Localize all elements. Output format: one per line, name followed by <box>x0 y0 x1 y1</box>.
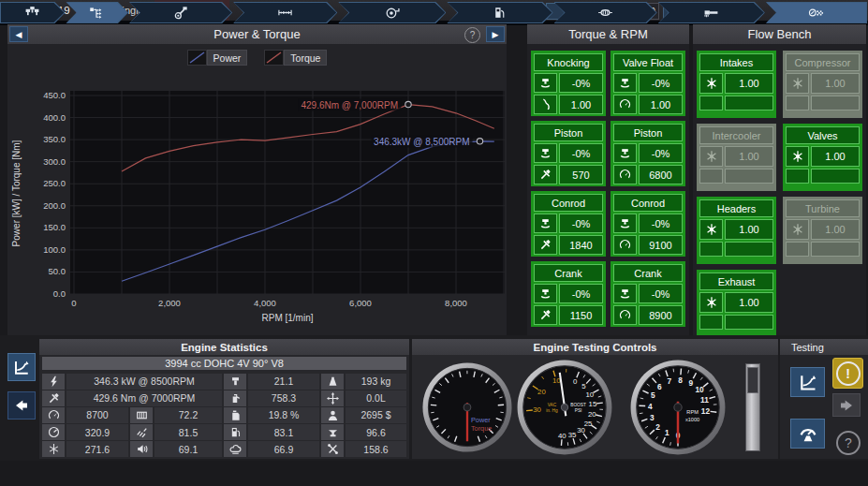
test-graph-button[interactable] <box>790 367 825 397</box>
card-empty-row <box>699 96 773 110</box>
chart-plot-area <box>70 91 505 294</box>
flow-card-exhaust[interactable]: Exhaust1.00 <box>697 270 776 337</box>
svg-text:Torque: Torque <box>471 424 492 433</box>
svg-text:4: 4 <box>648 402 653 411</box>
y-axis-title: Power [kW] / Torque [Nm] <box>9 81 24 305</box>
tab-face <box>767 3 866 22</box>
card-icon-cell <box>613 235 637 255</box>
fuel-can-icon <box>229 409 242 421</box>
card-icon-cell <box>786 73 809 94</box>
chart-legend: PowerTorque <box>7 50 507 66</box>
prev-graph-button[interactable]: ◀ <box>9 26 28 42</box>
prev-arrow-icon: ◀ <box>16 30 22 39</box>
muffler-icon <box>597 5 613 21</box>
piston-hand-icon <box>539 77 552 89</box>
card-title: Piston <box>613 124 683 141</box>
flow-card-turbine[interactable]: Turbine1.00 <box>783 197 862 264</box>
card-icon-cell <box>699 219 723 240</box>
continue-button[interactable] <box>832 393 861 417</box>
rpm-dial-icon <box>619 239 631 251</box>
card-value: 1.00 <box>811 219 860 240</box>
flow-card-valves[interactable]: Valves1.00 <box>783 124 862 191</box>
flow-card-intercooler[interactable]: Intercooler1.00 <box>697 124 776 191</box>
flow-bench-cards: Intakes1.00Compressor1.00Intercooler1.00… <box>697 51 862 337</box>
card-icon-cell <box>534 95 557 114</box>
legend-toggle-power[interactable]: Power <box>187 50 248 66</box>
torque-card-conrod[interactable]: Conrod-0%1840 <box>531 191 606 257</box>
torque-rpm-title: Torque & RPM <box>568 27 648 41</box>
torque-card-piston[interactable]: Piston-0%6800 <box>611 121 685 186</box>
torque-card-crank[interactable]: Crank-0%8900 <box>611 261 685 327</box>
toolbar-tab-muffler[interactable] <box>554 2 657 23</box>
torque-card-valve-float[interactable]: Valve Float-0%1.00 <box>611 51 685 116</box>
torque-card-crank[interactable]: Crank-0%1150 <box>531 261 606 327</box>
card-value: 1.00 <box>559 95 603 114</box>
card-value: 1.00 <box>725 292 773 313</box>
card-row: -0% <box>534 214 603 233</box>
toolbar-tab-bottom-end[interactable] <box>129 2 232 23</box>
throttle-slider[interactable] <box>745 363 760 451</box>
stat-value: 429.6 Nm @ 7000RPM <box>66 390 222 406</box>
card-value: -0% <box>559 73 603 93</box>
warning-icon: ! <box>836 361 861 386</box>
torque-card-piston[interactable]: Piston-0%570 <box>531 121 606 186</box>
torque-card-conrod[interactable]: Conrod-0%9100 <box>611 191 685 257</box>
engineer-stat-cell <box>321 407 344 423</box>
toolbar-tab-pistons[interactable] <box>0 2 65 23</box>
chart-help-icon[interactable]: ? <box>464 27 480 43</box>
oil-icon <box>229 392 242 405</box>
tab-face <box>130 3 231 22</box>
card-value: 1.00 <box>811 73 860 94</box>
legend-label: Torque <box>284 50 327 66</box>
engine-statistics-table: 346.3 kW @ 8500RPM21.1193 kg429.6 Nm @ 7… <box>42 374 406 458</box>
x-tick-label: 0 <box>46 298 102 308</box>
toolbar-tab-testing-flag[interactable] <box>766 2 867 23</box>
tab-face <box>1 3 64 22</box>
flow-card-compressor[interactable]: Compressor1.00 <box>783 51 862 118</box>
help-button[interactable]: ? <box>836 431 861 455</box>
warning-button[interactable]: ! <box>832 358 863 389</box>
dyno-test-button[interactable] <box>790 419 825 449</box>
toolbar-tab-top-end[interactable] <box>233 2 337 23</box>
svg-text:30: 30 <box>577 426 585 434</box>
smoothness-icon <box>136 426 148 438</box>
toolbar-tab-turbo[interactable] <box>338 2 446 23</box>
card-title: Intercooler <box>699 126 773 144</box>
stat-value: 2695 $ <box>346 407 406 423</box>
back-button[interactable] <box>7 391 36 420</box>
card-title: Intakes <box>699 53 773 71</box>
y-tick-label: 400.0 <box>26 112 66 123</box>
stat-value: 69.1 <box>154 441 222 457</box>
card-icon-cell <box>534 214 557 233</box>
card-icon-cell <box>699 146 723 167</box>
card-empty-row <box>699 315 773 330</box>
piston-hand-icon <box>539 147 552 159</box>
flow-card-headers[interactable]: Headers1.00 <box>697 197 776 264</box>
rpm-dial-icon <box>619 98 631 110</box>
flow-bench-title: Flow Bench <box>748 27 812 41</box>
legend-toggle-torque[interactable]: Torque <box>264 50 327 66</box>
toolbar-tab-brush[interactable] <box>658 2 765 23</box>
y-tick-label: 150.0 <box>26 222 66 232</box>
service-icon <box>327 443 339 455</box>
production-icon <box>327 426 339 438</box>
card-title: Piston <box>534 124 603 141</box>
card-icon-cell <box>613 214 637 233</box>
legend-swatch <box>187 50 207 66</box>
piston-hand-icon <box>539 287 552 300</box>
torque-card-knocking[interactable]: Knocking-0%1.00 <box>531 51 606 116</box>
card-icon-cell <box>699 73 723 94</box>
svg-text:10: 10 <box>695 385 704 394</box>
toolbar-tab-variant-tree[interactable] <box>66 2 128 23</box>
svg-text:3: 3 <box>650 413 655 422</box>
tab-face <box>234 3 336 22</box>
svg-text:20: 20 <box>588 410 596 419</box>
flow-card-intakes[interactable]: Intakes1.00 <box>697 51 776 118</box>
throttle-slider-handle[interactable] <box>747 367 758 393</box>
card-value: 6800 <box>639 165 683 184</box>
next-graph-button[interactable]: ▶ <box>486 26 505 42</box>
next-arrow-icon: ▶ <box>493 30 499 39</box>
toolbar-tab-fuel-pump[interactable] <box>447 2 552 23</box>
knock-icon <box>539 98 552 110</box>
dyno-graph-button[interactable] <box>7 353 36 381</box>
